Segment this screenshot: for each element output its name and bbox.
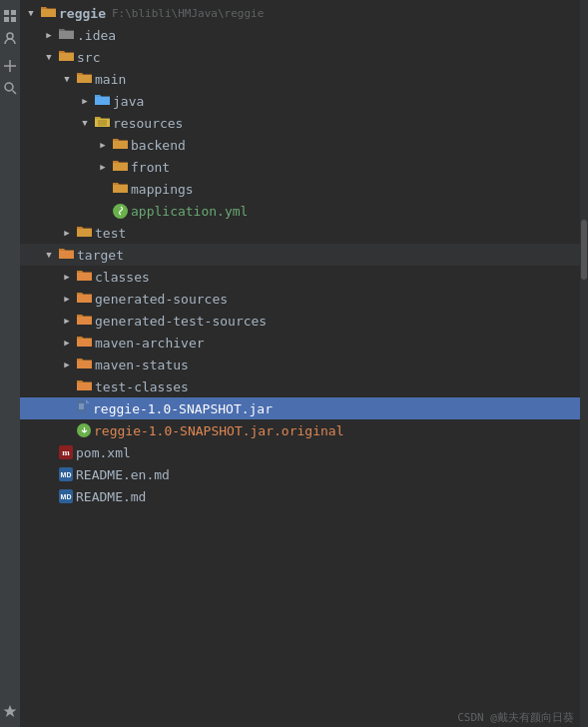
svg-marker-7: [4, 705, 17, 717]
resources-folder-icon: [95, 115, 110, 131]
tree-item-mappings[interactable]: mappings: [20, 178, 580, 200]
arrow-right-java: ▶: [78, 94, 92, 108]
yml-label: application.yml: [131, 204, 248, 219]
jar-original-label: reggie-1.0-SNAPSHOT.jar.original: [94, 423, 343, 438]
target-label: target: [77, 248, 124, 263]
tree-item-jar[interactable]: reggie-1.0-SNAPSHOT.jar: [20, 397, 580, 419]
svg-rect-0: [4, 10, 9, 15]
side-icon-2[interactable]: [2, 30, 18, 46]
pom-label: pom.xml: [76, 445, 131, 460]
tree-item-idea[interactable]: ▶ .idea: [20, 24, 580, 46]
project-label: reggie: [59, 6, 106, 21]
jar-file-icon: [77, 399, 90, 417]
svg-rect-2: [4, 17, 9, 22]
maven-archiver-label: maven-archiver: [95, 336, 205, 351]
test-classes-label: test-classes: [95, 379, 189, 394]
tree-item-pom[interactable]: m pom.xml: [20, 441, 580, 463]
generated-sources-folder-icon: [77, 291, 92, 307]
svg-point-4: [7, 33, 13, 39]
maven-archiver-folder-icon: [77, 335, 92, 351]
arrow-placeholder-jar-original: [60, 423, 74, 437]
readme-en-label: README.en.md: [76, 467, 170, 482]
arrow-right-maven-archiver: ▶: [60, 336, 74, 350]
readme-en-file-icon: MD: [59, 467, 73, 481]
tree-item-java[interactable]: ▶ java: [20, 90, 580, 112]
backend-folder-icon: [113, 137, 128, 153]
yaml-file-icon: [113, 204, 128, 219]
tree-item-readme-en[interactable]: MD README.en.md: [20, 463, 580, 485]
arrow-right-front: ▶: [96, 160, 110, 174]
arrow-right-maven-status: ▶: [60, 358, 74, 371]
maven-status-folder-icon: [77, 357, 92, 372]
side-icon-1[interactable]: [2, 8, 18, 24]
jar-original-file-icon: [77, 423, 91, 437]
java-folder-icon: [95, 93, 110, 109]
arrow-down-main: ▼: [60, 72, 74, 86]
tree-item-front[interactable]: ▶ front: [20, 156, 580, 178]
side-icon-3[interactable]: [2, 58, 18, 74]
arrow-right-backend: ▶: [96, 138, 110, 152]
svg-line-6: [13, 91, 17, 95]
tree-item-resources[interactable]: ▼ resources: [20, 112, 580, 134]
tree-item-classes[interactable]: ▶ classes: [20, 266, 580, 288]
arrow-placeholder-pom: [42, 445, 56, 459]
arrow-down-resources: ▼: [78, 116, 92, 130]
svg-rect-3: [11, 17, 16, 22]
tree-item-generated-sources[interactable]: ▶ generated-sources: [20, 288, 580, 310]
project-path: F:\blibli\HMJava\reggie: [112, 7, 264, 20]
test-folder-icon: [77, 225, 92, 241]
tree-item-generated-test-sources[interactable]: ▶ generated-test-sources: [20, 310, 580, 332]
arrow-placeholder-readme: [42, 489, 56, 503]
arrow-placeholder-jar: [60, 401, 74, 415]
side-icon-star[interactable]: [2, 703, 18, 719]
idea-label: .idea: [77, 28, 116, 43]
tree-item-application-yml[interactable]: application.yml: [20, 200, 580, 222]
arrow-placeholder-readme-en: [42, 467, 56, 481]
main-folder-icon: [77, 71, 92, 87]
src-folder-icon: [59, 49, 74, 65]
pom-file-icon: m: [59, 445, 73, 459]
arrow-down-target: ▼: [42, 248, 56, 262]
tree-item-main[interactable]: ▼ main: [20, 68, 580, 90]
generated-test-sources-folder-icon: [77, 313, 92, 329]
arrow-down-src: ▼: [42, 50, 56, 64]
tree-item-test[interactable]: ▶ test: [20, 222, 580, 244]
tree-item-reggie[interactable]: ▼ reggie F:\blibli\HMJava\reggie: [20, 2, 580, 24]
front-label: front: [131, 160, 170, 175]
tree-item-readme[interactable]: MD README.md: [20, 485, 580, 507]
resources-label: resources: [113, 116, 183, 131]
arrow-placeholder-test-classes: [60, 379, 74, 393]
arrow-placeholder-mappings: [96, 182, 110, 196]
readme-file-icon: MD: [59, 489, 73, 503]
test-classes-folder-icon: [77, 378, 92, 394]
mappings-folder-icon: [113, 181, 128, 197]
arrow-right-generated-sources: ▶: [60, 292, 74, 306]
arrow-right-classes: ▶: [60, 270, 74, 284]
readme-label: README.md: [76, 489, 146, 504]
arrow-right-generated-test-sources: ▶: [60, 314, 74, 328]
mappings-label: mappings: [131, 182, 194, 197]
svg-point-5: [5, 83, 13, 91]
arrow-placeholder-yml: [96, 204, 110, 218]
backend-label: backend: [131, 138, 186, 153]
arrow-right-idea: ▶: [42, 28, 56, 42]
tree-item-target[interactable]: ▼ target: [20, 244, 580, 266]
classes-folder-icon: [77, 269, 92, 285]
test-label: test: [95, 226, 126, 241]
svg-rect-1: [11, 10, 16, 15]
tree-item-src[interactable]: ▼ src: [20, 46, 580, 68]
watermark: CSDN @戴夫有颜向日葵: [457, 710, 574, 725]
tree-item-maven-archiver[interactable]: ▶ maven-archiver: [20, 332, 580, 354]
jar-label: reggie-1.0-SNAPSHOT.jar: [93, 401, 273, 416]
target-folder-icon: [59, 247, 74, 263]
java-label: java: [113, 94, 144, 109]
side-icon-4[interactable]: [2, 80, 18, 96]
tree-item-test-classes[interactable]: test-classes: [20, 375, 580, 397]
tree-item-maven-status[interactable]: ▶ maven-status: [20, 354, 580, 375]
tree-item-jar-original[interactable]: reggie-1.0-SNAPSHOT.jar.original: [20, 419, 580, 441]
classes-label: classes: [95, 270, 150, 285]
tree-item-backend[interactable]: ▶ backend: [20, 134, 580, 156]
svg-marker-12: [86, 399, 90, 403]
src-label: src: [77, 50, 100, 65]
arrow-down: ▼: [24, 6, 38, 20]
